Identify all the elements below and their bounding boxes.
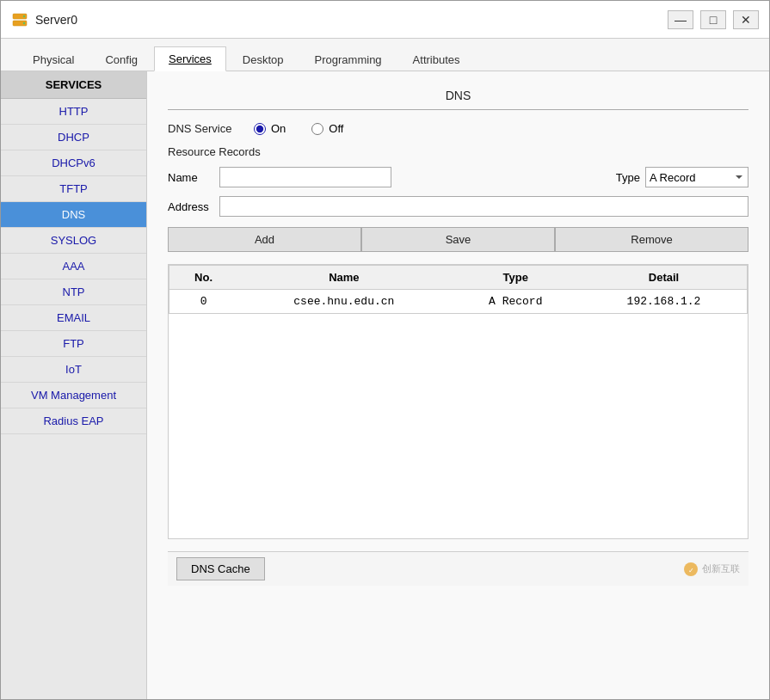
sidebar-header: SERVICES bbox=[1, 71, 146, 99]
radio-off-label: Off bbox=[329, 122, 343, 135]
sidebar-item-tftp[interactable]: TFTP bbox=[1, 176, 146, 202]
remove-button[interactable]: Remove bbox=[555, 227, 748, 252]
svg-point-2 bbox=[23, 15, 25, 16]
sidebar-item-ntp[interactable]: NTP bbox=[1, 279, 146, 305]
maximize-button[interactable]: □ bbox=[700, 10, 726, 29]
name-type-row: Name Type A Record NS Record CNAME Recor… bbox=[168, 167, 748, 187]
tab-attributes[interactable]: Attributes bbox=[398, 47, 475, 71]
close-button[interactable]: ✕ bbox=[733, 10, 759, 29]
minimize-button[interactable]: — bbox=[668, 10, 693, 29]
address-row: Address bbox=[168, 196, 748, 217]
table-cell-detail: 192.168.1.2 bbox=[581, 290, 747, 314]
sidebar-item-aaa[interactable]: AAA bbox=[1, 254, 146, 279]
dns-service-label: DNS Service bbox=[168, 122, 254, 135]
content-area: SERVICES HTTP DHCP DHCPv6 TFTP DNS SYSLO… bbox=[1, 71, 769, 699]
sidebar-item-syslog[interactable]: SYSLOG bbox=[1, 228, 146, 254]
watermark: ✓ 创新互联 bbox=[683, 562, 740, 577]
sidebar-scroll[interactable]: HTTP DHCP DHCPv6 TFTP DNS SYSLOG AAA NTP… bbox=[1, 99, 146, 699]
watermark-text: 创新互联 bbox=[702, 562, 740, 575]
radio-off-option[interactable]: Off bbox=[311, 122, 343, 135]
title-bar-left: Server0 bbox=[11, 11, 77, 28]
tab-config[interactable]: Config bbox=[90, 47, 152, 71]
button-row: Add Save Remove bbox=[168, 227, 748, 252]
server-icon bbox=[11, 11, 28, 28]
title-divider bbox=[168, 109, 748, 110]
window-title: Server0 bbox=[35, 13, 77, 27]
sidebar-item-http[interactable]: HTTP bbox=[1, 99, 146, 125]
dns-service-row: DNS Service On Off bbox=[168, 122, 748, 135]
sidebar-item-dhcpv6[interactable]: DHCPv6 bbox=[1, 150, 146, 176]
svg-point-3 bbox=[23, 21, 25, 23]
tab-bar: Physical Config Services Desktop Program… bbox=[1, 39, 769, 71]
sidebar-item-vm-management[interactable]: VM Management bbox=[1, 383, 146, 408]
type-select[interactable]: A Record NS Record CNAME Record MX Recor… bbox=[645, 167, 748, 187]
type-label: Type bbox=[616, 171, 640, 184]
panel-title: DNS bbox=[168, 89, 748, 102]
address-label: Address bbox=[168, 200, 219, 213]
records-table-container: No. Name Type Detail 0csee.hnu.edu.cnA R… bbox=[168, 264, 748, 539]
add-button[interactable]: Add bbox=[168, 227, 361, 252]
watermark-icon: ✓ bbox=[683, 562, 699, 577]
table-header-row: No. Name Type Detail bbox=[169, 266, 748, 290]
table-cell-no: 0 bbox=[169, 290, 238, 314]
title-buttons: — □ ✕ bbox=[668, 10, 759, 29]
name-label: Name bbox=[168, 171, 219, 184]
sidebar-item-dns[interactable]: DNS bbox=[1, 202, 146, 228]
name-input[interactable] bbox=[219, 167, 391, 187]
tab-physical[interactable]: Physical bbox=[18, 47, 89, 71]
sidebar: SERVICES HTTP DHCP DHCPv6 TFTP DNS SYSLO… bbox=[1, 71, 147, 699]
col-type: Type bbox=[450, 266, 581, 290]
col-name: Name bbox=[237, 266, 450, 290]
tab-programming[interactable]: Programming bbox=[300, 47, 397, 71]
tab-desktop[interactable]: Desktop bbox=[228, 47, 299, 71]
radio-off-input[interactable] bbox=[311, 123, 323, 135]
sidebar-item-dhcp[interactable]: DHCP bbox=[1, 125, 146, 150]
bottom-bar: DNS Cache ✓ 创新互联 bbox=[168, 551, 748, 586]
resource-records-title: Resource Records bbox=[168, 145, 748, 158]
records-table: No. Name Type Detail 0csee.hnu.edu.cnA R… bbox=[169, 265, 748, 314]
table-cell-type: A Record bbox=[450, 290, 581, 314]
sidebar-item-email[interactable]: EMAIL bbox=[1, 305, 146, 331]
radio-on-option[interactable]: On bbox=[254, 122, 286, 135]
main-panel: DNS DNS Service On Off Resource Recor bbox=[147, 71, 769, 699]
svg-text:✓: ✓ bbox=[688, 567, 694, 574]
dns-cache-button[interactable]: DNS Cache bbox=[176, 557, 265, 580]
main-window: Server0 — □ ✕ Physical Config Services D… bbox=[0, 0, 770, 700]
col-no: No. bbox=[169, 266, 238, 290]
radio-on-input[interactable] bbox=[254, 123, 266, 135]
col-detail: Detail bbox=[581, 266, 747, 290]
table-row[interactable]: 0csee.hnu.edu.cnA Record192.168.1.2 bbox=[169, 290, 748, 314]
radio-on-label: On bbox=[271, 122, 286, 135]
title-bar: Server0 — □ ✕ bbox=[1, 1, 769, 39]
dns-radio-group: On Off bbox=[254, 122, 343, 135]
sidebar-item-radius-eap[interactable]: Radius EAP bbox=[1, 408, 146, 434]
tab-services[interactable]: Services bbox=[154, 46, 226, 71]
table-cell-name: csee.hnu.edu.cn bbox=[237, 290, 450, 314]
sidebar-item-ftp[interactable]: FTP bbox=[1, 331, 146, 357]
save-button[interactable]: Save bbox=[361, 227, 555, 252]
sidebar-item-iot[interactable]: IoT bbox=[1, 357, 146, 383]
address-input[interactable] bbox=[219, 196, 748, 217]
